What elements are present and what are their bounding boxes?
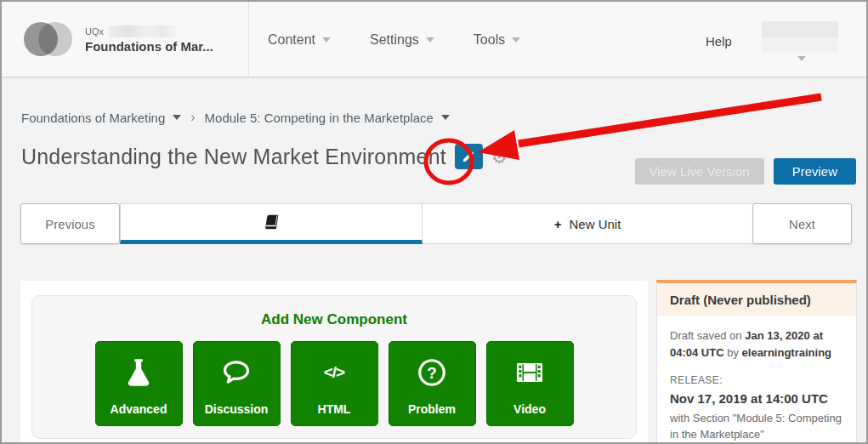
org-logo-icon: [24, 21, 73, 57]
add-problem-button[interactable]: ? Problem: [389, 341, 476, 426]
course-identity-block[interactable]: UQx Foundations of Mar...: [2, 2, 249, 77]
course-name: Foundations of Mar...: [85, 39, 213, 54]
chevron-down-icon: [512, 37, 520, 43]
plus-icon: +: [554, 217, 562, 231]
nav-tools[interactable]: Tools: [474, 32, 520, 48]
unit-content-area: Add New Component Advanced: [20, 281, 648, 444]
breadcrumb-separator: ›: [190, 110, 195, 125]
nav-settings[interactable]: Settings: [370, 32, 434, 48]
add-advanced-button[interactable]: Advanced: [95, 341, 183, 426]
chevron-down-icon: [426, 37, 434, 43]
publish-status-sidebar: Draft (Never published) Draft saved on J…: [656, 280, 857, 444]
question-circle-icon: ?: [416, 342, 448, 402]
edit-title-button[interactable]: [455, 144, 483, 169]
breadcrumb-course-dropdown[interactable]: Foundations of Marketing: [21, 111, 181, 125]
redacted-course-number: [109, 26, 177, 37]
org-code: UQx: [85, 26, 104, 37]
main-nav: Content Settings Tools: [268, 2, 520, 77]
help-link[interactable]: Help: [706, 34, 732, 48]
breadcrumb-section-dropdown[interactable]: Module 5: Competing in the Marketplace: [205, 111, 450, 125]
user-menu-chevron-down-icon[interactable]: [797, 56, 806, 61]
app-header: UQx Foundations of Mar... Content Settin…: [2, 2, 866, 77]
film-icon: [513, 342, 546, 402]
pencil-icon: [462, 150, 475, 163]
add-component-panel: Add New Component Advanced: [31, 295, 637, 439]
draft-saved-by-user: elearningtraining: [742, 346, 831, 359]
draft-saved-line: Draft saved on Jan 13, 2020 at 04:04 UTC…: [670, 327, 843, 361]
code-icon: </>: [324, 342, 344, 402]
studio-app-window: UQx Foundations of Mar... Content Settin…: [0, 0, 868, 444]
add-discussion-button[interactable]: Discussion: [193, 341, 281, 426]
previous-button[interactable]: Previous: [20, 203, 120, 244]
title-row: Understanding the New Market Environment…: [21, 144, 508, 169]
course-info: UQx Foundations of Mar...: [85, 26, 213, 54]
new-unit-button[interactable]: + New Unit: [423, 203, 752, 244]
add-html-button[interactable]: </> HTML: [291, 341, 378, 426]
tab-current-unit[interactable]: [120, 203, 423, 244]
svg-text:?: ?: [427, 363, 437, 381]
nav-content[interactable]: Content: [268, 32, 331, 48]
draft-status-details: Draft saved on Jan 13, 2020 at 04:04 UTC…: [657, 316, 856, 444]
page-actions: View Live Version Preview: [635, 158, 856, 185]
release-block: RELEASE: Nov 17, 2019 at 14:00 UTC with …: [670, 373, 843, 443]
release-section-note: with Section "Module 5: Competing in the…: [670, 410, 843, 443]
gear-icon[interactable]: ⚙: [491, 148, 508, 166]
book-icon: [263, 213, 280, 231]
annotation-arrow: [519, 97, 821, 144]
add-component-title: Add New Component: [32, 311, 636, 328]
component-buttons-row: Advanced Discussion </> HTML: [32, 341, 636, 426]
release-label: RELEASE:: [670, 373, 843, 388]
page-title: Understanding the New Market Environment: [21, 145, 446, 169]
chevron-down-icon: [322, 37, 331, 43]
next-button[interactable]: Next: [752, 203, 852, 244]
redacted-user-menu[interactable]: [762, 21, 838, 53]
breadcrumb: Foundations of Marketing › Module 5: Com…: [21, 110, 450, 125]
unit-tabbar: Previous + New Unit Next: [20, 203, 852, 244]
preview-button[interactable]: Preview: [774, 158, 856, 185]
add-video-button[interactable]: Video: [486, 341, 574, 426]
chevron-down-icon: [173, 115, 181, 120]
release-datetime: Nov 17, 2019 at 14:00 UTC: [670, 390, 843, 409]
speech-bubble-icon: [220, 342, 252, 402]
draft-status-badge: Draft (Never published): [657, 283, 856, 316]
flask-icon: [122, 342, 155, 402]
view-live-version-button[interactable]: View Live Version: [635, 158, 764, 185]
chevron-down-icon: [441, 115, 450, 120]
